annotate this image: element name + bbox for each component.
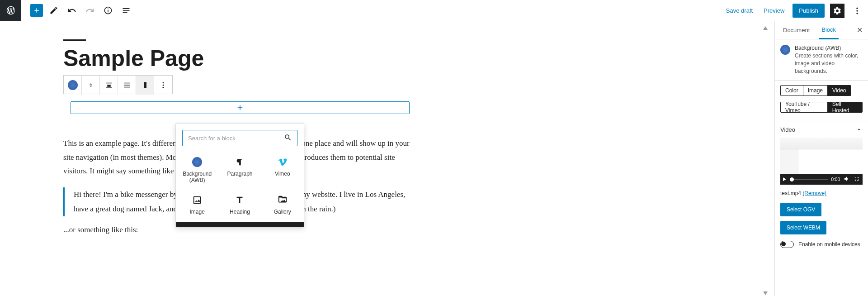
remove-video-link[interactable]: (Remove) [802, 190, 826, 196]
pill-image[interactable]: Image [803, 86, 828, 95]
outline-icon[interactable] [119, 3, 133, 18]
pill-self-hosted[interactable]: Self Hosted [828, 102, 862, 112]
block-option-paragraph[interactable]: Paragraph [218, 153, 261, 191]
svg-point-5 [163, 87, 164, 88]
awb-block-icon [780, 45, 790, 55]
enable-mobile-row: Enable on mobile devices [775, 237, 868, 252]
inserter-button[interactable] [71, 101, 410, 114]
content-width-icon[interactable] [100, 76, 118, 95]
enable-mobile-toggle[interactable] [780, 241, 794, 248]
block-type-icon[interactable] [64, 76, 82, 95]
tab-block[interactable]: Block [819, 21, 839, 39]
chevron-up-icon [855, 126, 863, 133]
block-option-gallery[interactable]: Gallery [261, 191, 304, 222]
pill-youtube-vimeo[interactable]: YouTube / Vimeo [781, 102, 828, 112]
play-icon[interactable] [783, 177, 786, 181]
settings-icon[interactable] [830, 4, 844, 18]
wordpress-logo[interactable] [0, 0, 21, 21]
block-inserter-popup: Background (AWB) Paragraph Vimeo Image H… [175, 123, 304, 227]
search-icon [284, 134, 292, 142]
edit-mode-icon[interactable] [47, 3, 61, 18]
info-icon[interactable] [101, 3, 115, 18]
block-option-vimeo[interactable]: Vimeo [261, 153, 304, 191]
pill-color[interactable]: Color [781, 86, 803, 95]
enable-mobile-label: Enable on mobile devices [798, 241, 860, 248]
redo-icon[interactable] [83, 3, 97, 18]
block-more-icon[interactable] [154, 76, 172, 95]
select-webm-button[interactable]: Select WEBM [780, 221, 826, 234]
page-title[interactable]: Sample Page [63, 45, 416, 72]
svg-point-0 [856, 7, 858, 9]
video-file-row: test.mp4 (Remove) [775, 188, 868, 201]
video-scrubber[interactable] [790, 179, 828, 180]
top-right-actions: Save draft Preview Publish [723, 0, 864, 21]
settings-sidebar: Document Block ✕ Background (AWB) Create… [774, 21, 868, 296]
block-name: Background (AWB) [795, 45, 863, 51]
fullscreen-icon[interactable] [854, 176, 860, 183]
video-time: 0:00 [831, 177, 840, 182]
close-sidebar-icon[interactable]: ✕ [857, 26, 863, 34]
top-toolbar: Save draft Preview Publish [0, 0, 868, 21]
background-type-tabs: Color Image Video [780, 85, 851, 96]
undo-icon[interactable] [65, 3, 79, 18]
add-block-button[interactable] [30, 4, 43, 17]
pill-video[interactable]: Video [828, 86, 850, 95]
preview-button[interactable]: Preview [761, 7, 787, 14]
video-controls: 0:00 [780, 174, 863, 185]
align-full-icon[interactable] [118, 76, 136, 95]
tab-document[interactable]: Document [780, 21, 812, 39]
volume-icon[interactable] [844, 176, 850, 183]
block-option-image[interactable]: Image [176, 191, 218, 222]
video-panel-header[interactable]: Video [775, 121, 868, 138]
save-draft-button[interactable]: Save draft [723, 7, 755, 14]
video-filename: test.mp4 [780, 190, 801, 196]
editor-canvas: Sample Page This is an example page. It'… [0, 21, 769, 296]
svg-point-3 [163, 82, 164, 83]
video-preview[interactable]: 0:00 [780, 138, 863, 185]
vertical-align-icon[interactable] [136, 76, 154, 95]
scrollbar-up-icon[interactable] [763, 26, 768, 30]
block-description: Create sections with color, image and vi… [795, 52, 863, 75]
block-option-awb[interactable]: Background (AWB) [176, 153, 218, 191]
more-options-icon[interactable] [850, 4, 864, 18]
scrollbar-down-icon[interactable] [763, 291, 768, 295]
block-toolbar [63, 75, 173, 94]
publish-button[interactable]: Publish [793, 4, 825, 18]
select-ogv-button[interactable]: Select OGV [780, 203, 821, 216]
block-search-input[interactable] [182, 130, 297, 146]
popup-footer [176, 222, 304, 227]
svg-point-1 [856, 10, 858, 11]
block-move-icon[interactable] [82, 76, 100, 95]
block-info: Background (AWB) Create sections with co… [775, 39, 868, 80]
title-underline [63, 39, 86, 41]
svg-point-4 [163, 85, 164, 86]
video-source-tabs: YouTube / Vimeo Self Hosted [780, 102, 863, 113]
block-option-heading[interactable]: Heading [218, 191, 261, 222]
svg-point-2 [856, 13, 858, 14]
